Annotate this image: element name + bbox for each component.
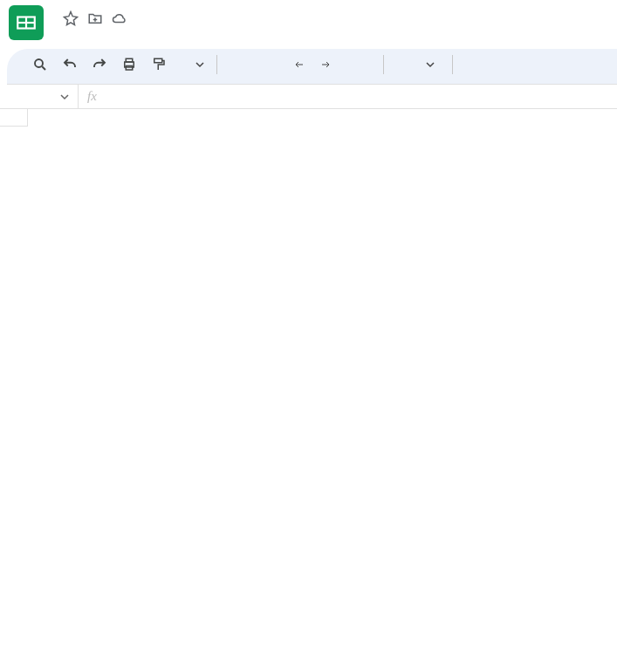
font-size-decrease[interactable] bbox=[462, 52, 486, 77]
redo-icon[interactable] bbox=[87, 52, 112, 77]
font-select[interactable] bbox=[393, 60, 443, 69]
select-all-corner[interactable] bbox=[0, 109, 28, 127]
svg-line-5 bbox=[42, 66, 45, 70]
format-123-button[interactable] bbox=[345, 52, 374, 77]
cloud-icon[interactable] bbox=[112, 10, 127, 26]
move-icon[interactable] bbox=[87, 10, 103, 26]
menu-edit[interactable] bbox=[70, 28, 84, 35]
zoom-select[interactable] bbox=[176, 60, 208, 69]
menu-data[interactable] bbox=[133, 28, 147, 35]
svg-rect-9 bbox=[154, 58, 162, 63]
decrease-decimal-button[interactable] bbox=[285, 52, 310, 77]
star-icon[interactable] bbox=[63, 10, 79, 26]
menubar bbox=[54, 28, 608, 35]
sheets-icon bbox=[15, 11, 38, 34]
increase-decimal-button[interactable] bbox=[315, 52, 339, 77]
menu-view[interactable] bbox=[86, 28, 99, 35]
svg-rect-7 bbox=[126, 58, 133, 62]
menu-help[interactable] bbox=[180, 28, 194, 35]
svg-point-4 bbox=[35, 59, 43, 67]
menu-file[interactable] bbox=[54, 28, 68, 35]
paint-format-icon[interactable] bbox=[147, 52, 171, 77]
fx-icon: fx bbox=[79, 89, 106, 104]
menu-insert[interactable] bbox=[101, 28, 115, 35]
undo-icon[interactable] bbox=[58, 52, 82, 77]
menu-tools[interactable] bbox=[148, 28, 162, 35]
percent-button[interactable] bbox=[256, 52, 280, 77]
menu-extensions[interactable] bbox=[164, 28, 178, 35]
menu-format[interactable] bbox=[117, 28, 131, 35]
sheets-logo bbox=[9, 5, 44, 40]
name-box[interactable] bbox=[0, 85, 79, 108]
search-icon[interactable] bbox=[28, 52, 52, 77]
print-icon[interactable] bbox=[117, 52, 141, 77]
toolbar bbox=[7, 49, 617, 85]
formula-bar: fx bbox=[0, 85, 617, 109]
app-header bbox=[0, 0, 617, 44]
currency-button[interactable] bbox=[226, 52, 250, 77]
